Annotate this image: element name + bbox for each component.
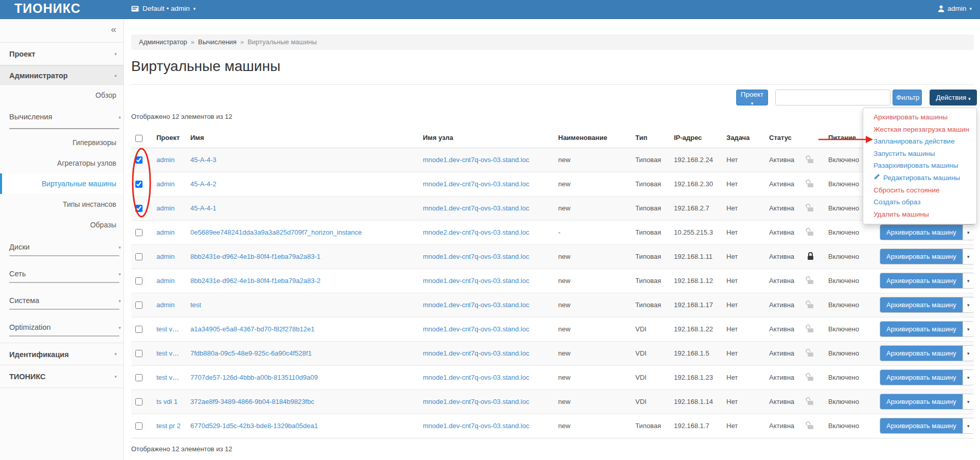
user-menu[interactable]: admin ▾ <box>938 5 972 12</box>
row-actions-toggle[interactable]: ▾ <box>963 394 974 409</box>
row-checkbox[interactable] <box>135 229 142 236</box>
archive-instance-button[interactable]: Архивировать машину <box>880 346 963 361</box>
host-link[interactable]: mnode1.dev-cnt7q-ovs-03.stand.loc <box>423 398 529 405</box>
filter-button[interactable]: Фильтр <box>893 90 922 105</box>
project-link[interactable]: admin <box>156 156 174 164</box>
name-link[interactable]: 45-A-4-1 <box>190 204 217 212</box>
sidebar-item-network[interactable]: Сеть▾ <box>9 266 119 283</box>
archive-instance-button[interactable]: Архивировать машину <box>880 249 963 264</box>
project-link[interactable]: admin <box>156 301 174 309</box>
host-link[interactable]: mnode1.dev-cnt7q-ovs-03.stand.loc <box>423 156 529 164</box>
row-actions-toggle[interactable]: ▾ <box>963 225 974 240</box>
row-checkbox[interactable] <box>135 302 142 309</box>
name-link[interactable]: 0e5689ee748241dda3a9a3a825d709f7_horizon… <box>190 228 362 236</box>
actions-menu-item-label: Разархивировать машины <box>874 160 958 172</box>
sidebar-item-hypervisors[interactable]: Гипервизоры <box>0 132 123 153</box>
project-link[interactable]: admin <box>156 253 174 260</box>
project-link[interactable]: admin <box>156 204 174 212</box>
actions-menu-item-unshelve[interactable]: Разархивировать машины <box>863 160 976 172</box>
host-link[interactable]: mnode1.dev-cnt7q-ovs-03.stand.loc <box>423 301 529 309</box>
row-checkbox[interactable] <box>135 277 142 285</box>
sidebar-item-identity[interactable]: Идентификация▾ <box>0 343 123 365</box>
project-link[interactable]: test vdi 2 <box>156 374 183 381</box>
archive-instance-button[interactable]: Архивировать машину <box>880 370 963 385</box>
project-link[interactable]: test vdi 2 <box>156 325 183 333</box>
sidebar-item-volumes[interactable]: Диски▾ <box>9 239 119 256</box>
name-link[interactable]: 45-A-4-2 <box>190 180 217 188</box>
host-link[interactable]: mnode1.dev-cnt7q-ovs-03.stand.loc <box>423 204 529 212</box>
name-link[interactable]: 372ae8f9-3489-4866-9b04-8184b9823fbc <box>190 398 314 405</box>
actions-menu-item-archive[interactable]: Архивировать машины <box>863 111 976 123</box>
row-checkbox[interactable] <box>135 205 142 212</box>
sidebar-item-host-aggregates[interactable]: Агрегаторы узлов <box>0 153 123 173</box>
host-link[interactable]: mnode1.dev-cnt7q-ovs-03.stand.loc <box>423 325 529 333</box>
host-link[interactable]: mnode1.dev-cnt7q-ovs-03.stand.loc <box>423 349 529 357</box>
archive-instance-button[interactable]: Архивировать машину <box>880 273 963 288</box>
actions-menu-item-reset-state[interactable]: Сбросить состояние <box>863 184 976 197</box>
row-checkbox[interactable] <box>135 181 142 188</box>
actions-menu-item-hard-reboot[interactable]: Жесткая перезагрузка машин <box>863 123 976 136</box>
row-actions-toggle[interactable]: ▾ <box>963 297 974 312</box>
host-link[interactable]: mnode1.dev-cnt7q-ovs-03.stand.loc <box>423 277 529 285</box>
project-link[interactable]: admin <box>156 180 174 188</box>
row-checkbox[interactable] <box>135 253 142 260</box>
project-link[interactable]: test vdi 3 <box>156 349 183 357</box>
archive-instance-button[interactable]: Архивировать машину <box>880 297 963 312</box>
select-all-checkbox[interactable] <box>135 135 142 142</box>
host-link[interactable]: mnode1.dev-cnt7q-ovs-03.stand.loc <box>423 374 529 381</box>
host-link[interactable]: mnode1.dev-cnt7q-ovs-03.stand.loc <box>423 253 529 260</box>
host-link[interactable]: mnode1.dev-cnt7q-ovs-03.stand.loc <box>423 180 529 188</box>
sidebar-item-compute[interactable]: Вычисления▴ <box>9 105 119 129</box>
project-filter-button[interactable]: Проект ▾ <box>736 90 768 105</box>
row-checkbox[interactable] <box>135 326 142 333</box>
project-link[interactable]: ts vdi 1 <box>156 398 177 405</box>
row-actions-toggle[interactable]: ▾ <box>963 273 974 288</box>
row-actions-toggle[interactable]: ▾ <box>963 370 974 385</box>
actions-menu-item-create-image[interactable]: Создать образ <box>863 196 976 208</box>
row-checkbox[interactable] <box>135 156 142 164</box>
sidebar-item-optimization[interactable]: Optimization▾ <box>9 320 119 337</box>
actions-menu-item-edit[interactable]: Редактировать машины <box>863 172 976 184</box>
project-link[interactable]: admin <box>156 277 174 285</box>
name-link[interactable]: 7707de57-126d-4bbb-a00b-8135110d9a09 <box>190 374 318 381</box>
host-link[interactable]: mnode2.dev-cnt7q-ovs-03.stand.loc <box>423 228 529 236</box>
row-checkbox[interactable] <box>135 350 142 357</box>
row-checkbox[interactable] <box>135 374 142 381</box>
archive-instance-button[interactable]: Архивировать машину <box>880 322 963 337</box>
name-link[interactable]: a1a34905-e5a8-4367-bd70-f82f278b12e1 <box>190 325 314 333</box>
host-cell: mnode1.dev-cnt7q-ovs-03.stand.loc <box>419 341 554 365</box>
name-link[interactable]: 8bb2431e-d962-4e1b-80f4-f1eba79a2a83-2 <box>190 277 320 285</box>
actions-button[interactable]: Действия ▾ <box>930 90 977 105</box>
project-link[interactable]: test pr 2 <box>156 422 181 430</box>
name-link[interactable]: 45-A-4-3 <box>190 156 217 164</box>
sidebar-item-system[interactable]: Система▾ <box>9 293 119 310</box>
host-link[interactable]: mnode1.dev-cnt7q-ovs-03.stand.loc <box>423 422 529 430</box>
sidebar-item-images[interactable]: Образы <box>0 215 123 235</box>
actions-menu-item-delete[interactable]: Удалить машины <box>863 208 976 221</box>
row-actions-toggle[interactable]: ▾ <box>963 249 974 264</box>
name-link[interactable]: test <box>190 301 201 309</box>
sidebar-item-overview[interactable]: Обзор <box>0 85 123 105</box>
sidebar-item-project[interactable]: Проект▾ <box>0 43 123 65</box>
search-input[interactable] <box>775 90 890 105</box>
project-link[interactable]: admin <box>156 228 174 236</box>
archive-instance-button[interactable]: Архивировать машину <box>880 225 963 240</box>
row-actions-toggle[interactable]: ▾ <box>963 418 974 433</box>
row-checkbox[interactable] <box>135 422 142 430</box>
actions-menu-item-start[interactable]: Запустить машины <box>863 148 976 160</box>
row-actions-toggle[interactable]: ▾ <box>963 322 974 337</box>
name-link[interactable]: 6770d529-1d5c-42b3-bde8-1329ba05dea1 <box>190 422 318 430</box>
archive-instance-button[interactable]: Архивировать машину <box>880 394 963 409</box>
context-switcher[interactable]: Default • admin ▾ <box>131 5 195 12</box>
actions-menu-item-schedule-action[interactable]: Запланировать действие <box>863 135 976 148</box>
sidebar-item-tionix[interactable]: ТИОНИКС▾ <box>0 365 123 388</box>
name-link[interactable]: 7fdb880a-09c5-48e9-925c-6a90c4f528f1 <box>190 349 312 357</box>
name-link[interactable]: 8bb2431e-d962-4e1b-80f4-f1eba79a2a83-1 <box>190 253 320 260</box>
sidebar-collapse-button[interactable]: « <box>111 24 116 35</box>
archive-instance-button[interactable]: Архивировать машину <box>880 418 963 433</box>
sidebar-item-flavors[interactable]: Типы инстансов <box>0 194 123 215</box>
sidebar-item-virtual-machines[interactable]: Виртуальные машины <box>0 173 123 194</box>
row-checkbox[interactable] <box>135 398 142 405</box>
row-actions-toggle[interactable]: ▾ <box>963 346 974 361</box>
sidebar-item-admin[interactable]: Администратор▴ <box>0 65 123 85</box>
